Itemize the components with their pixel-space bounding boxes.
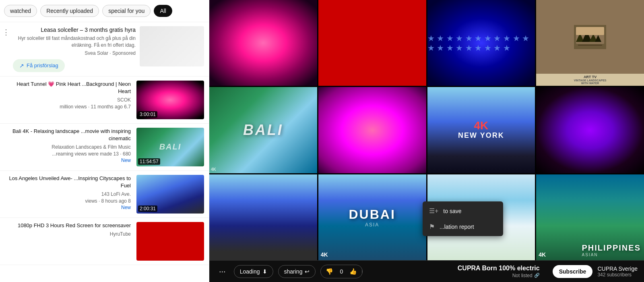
grid-cell-heart[interactable] bbox=[209, 0, 317, 86]
tab-special-for-you[interactable]: special for you bbox=[102, 5, 151, 17]
art-tv-label: ART TV VINTAGE LANDSCAPES WITH WATER bbox=[536, 74, 644, 86]
not-listed-label: Not listed bbox=[512, 273, 533, 278]
subscribe-button[interactable]: Subscribe bbox=[553, 265, 593, 278]
external-link-icon: ↗ bbox=[19, 62, 24, 69]
video-text-4: 1080p FHD 3 Hours Red Screen for screens… bbox=[5, 222, 132, 261]
video-title-3: Los Angeles Unveiled Awe- ...Inspiring C… bbox=[5, 175, 131, 189]
video-thumb-4 bbox=[136, 222, 204, 261]
ad-cta-button[interactable]: ↗ Få prisförslag bbox=[13, 59, 65, 72]
ad-text: Leasa solceller – 3 months gratis hyra H… bbox=[5, 26, 136, 72]
video-text-3: Los Angeles Unveiled Awe- ...Inspiring C… bbox=[5, 175, 132, 214]
ctx-report[interactable]: ⚑ ...lation report bbox=[423, 219, 503, 234]
ad-options-icon[interactable]: ⋮ bbox=[2, 28, 10, 37]
video-duration-1: 3:00:01 bbox=[138, 111, 157, 118]
ctx-save[interactable]: ☰+ to save bbox=[423, 203, 503, 219]
video-meta-2: Relaxation Landscapes & Film Music ...re… bbox=[5, 144, 131, 158]
video-title-1: Heart Tunnel 💗 Pink Heart ...Background … bbox=[5, 81, 131, 95]
save-icon: ☰+ bbox=[429, 207, 438, 215]
dubai-sub: ASIA bbox=[349, 222, 395, 228]
ctx-save-label: to save bbox=[443, 208, 461, 214]
philippines-text: PHILIPPINES bbox=[582, 243, 641, 253]
grid-cell-art[interactable]: ART TV VINTAGE LANDSCAPES WITH WATER bbox=[536, 0, 644, 86]
video-new-badge-3: New bbox=[5, 205, 131, 210]
video-new-badge-2: New bbox=[5, 158, 131, 163]
ctx-report-label: ...lation report bbox=[440, 224, 474, 230]
bali-label: BALI bbox=[243, 122, 283, 139]
sidebar: watched Recently uploaded special for yo… bbox=[0, 0, 209, 282]
like-icon: 👍 bbox=[349, 268, 357, 275]
video-title-2: Bali 4K - Relaxing landscape ...movie wi… bbox=[5, 128, 131, 142]
dubai-label: DUBAI ASIA bbox=[349, 207, 395, 228]
philippines-sub: ASIAN bbox=[582, 253, 641, 257]
grid-cell-newyork[interactable]: 4K NEW YORK bbox=[427, 87, 535, 173]
video-meta-1: SCOK million views · 11 months ago 6.7 bbox=[5, 97, 131, 110]
ad-sponsor: Svea Solar · Sponsored bbox=[13, 50, 136, 56]
newyork-text: NEW YORK bbox=[458, 131, 504, 140]
main-content: ★ ★ ★ ★ ★ ★ ★ ★ ★ ★ ★ ★ ★ ★ ★ ★ ★ ★ ★ ★ bbox=[209, 0, 644, 282]
download-icon: ⬇ bbox=[262, 268, 267, 275]
video-thumb-1: 3:00:01 bbox=[136, 81, 204, 119]
video-title-bottom: CUPRA Born 100% electric bbox=[458, 265, 540, 272]
like-button[interactable]: 👍 bbox=[345, 265, 362, 278]
dislike-button[interactable]: 👎 bbox=[321, 265, 338, 278]
video-item-4[interactable]: 1080p FHD 3 Hours Red Screen for screens… bbox=[0, 218, 209, 265]
like-count: 0 bbox=[338, 268, 345, 275]
context-menu: ☰+ to save ⚑ ...lation report bbox=[423, 201, 503, 236]
tab-all[interactable]: All bbox=[154, 5, 172, 17]
share-icon: ↩ bbox=[305, 268, 310, 275]
video-thumb-3: 2:00:31 bbox=[136, 175, 204, 214]
stars-overlay: ★ ★ ★ ★ ★ ★ ★ ★ ★ ★ ★ ★ ★ ★ ★ ★ ★ ★ ★ ★ bbox=[427, 0, 535, 86]
flag-icon: ⚑ bbox=[429, 223, 435, 230]
grid-cell-neon[interactable] bbox=[536, 87, 644, 173]
video-text-1: Heart Tunnel 💗 Pink Heart ...Background … bbox=[5, 81, 132, 119]
channel-subscribers: 342 subscribers bbox=[597, 272, 638, 278]
more-options-button[interactable]: ··· bbox=[216, 264, 229, 278]
ad-thumbnail bbox=[140, 26, 204, 66]
art-tv-image bbox=[536, 0, 644, 74]
sidebar-list: ⋮ Leasa solceller – 3 months gratis hyra… bbox=[0, 22, 209, 282]
tab-watched[interactable]: watched bbox=[4, 5, 37, 17]
link-icon: 🔗 bbox=[534, 273, 540, 278]
filter-tabs: watched Recently uploaded special for yo… bbox=[0, 0, 209, 22]
grid-cell-dubai[interactable]: DUBAI ASIA 4K bbox=[318, 174, 426, 260]
channel-name: CUPRA Sverige bbox=[597, 265, 638, 272]
svg-rect-3 bbox=[576, 27, 604, 35]
grid-cell-red[interactable] bbox=[318, 0, 426, 86]
newyork-4k: 4K bbox=[458, 120, 504, 131]
ad-description: Hyr solceller till fast måndaskostnad oc… bbox=[13, 35, 136, 49]
video-duration-3: 2:00:31 bbox=[138, 205, 157, 212]
video-duration-2: 11:54:57 bbox=[138, 158, 160, 165]
grid-cell-pink[interactable] bbox=[318, 87, 426, 173]
ad-cta: ↗ Få prisförslag bbox=[13, 59, 136, 72]
ad-cta-label: Få prisförslag bbox=[27, 62, 58, 68]
loading-button[interactable]: Loading ⬇ bbox=[234, 265, 273, 278]
video-meta-3: 143 LoFi Ave. views · 8 hours ago 8 bbox=[5, 191, 131, 205]
dubai-4k: 4K bbox=[321, 251, 328, 258]
grid-cell-philippines[interactable]: PHILIPPINES ASIAN 4K bbox=[536, 174, 644, 260]
video-thumb-2: BALI 11:54:57 bbox=[136, 128, 204, 166]
video-player[interactable]: ★ ★ ★ ★ ★ ★ ★ ★ ★ ★ ★ ★ ★ ★ ★ ★ ★ ★ ★ ★ bbox=[209, 0, 644, 260]
subscribe-area: Subscribe CUPRA Sverige 342 subscribers bbox=[553, 265, 638, 278]
video-meta-4: HyruTube bbox=[5, 231, 131, 238]
ad-title: Leasa solceller – 3 months gratis hyra bbox=[13, 26, 136, 33]
sharing-button[interactable]: sharing ↩ bbox=[278, 265, 316, 278]
grid-cell-city[interactable] bbox=[209, 174, 317, 260]
philippines-label-container: PHILIPPINES ASIAN bbox=[582, 243, 641, 257]
bottom-bar: ··· Loading ⬇ sharing ↩ 👎 0 👍 CUPRA Born… bbox=[209, 260, 644, 282]
grid-cell-bali[interactable]: BALI 4K bbox=[209, 87, 317, 173]
tab-recently-uploaded[interactable]: Recently uploaded bbox=[40, 5, 99, 17]
grid-cell-stars[interactable]: ★ ★ ★ ★ ★ ★ ★ ★ ★ ★ ★ ★ ★ ★ ★ ★ ★ ★ ★ ★ bbox=[427, 0, 535, 86]
channel-details: CUPRA Sverige 342 subscribers bbox=[597, 265, 638, 278]
like-dislike-container: 👎 0 👍 bbox=[320, 265, 363, 278]
loading-label: Loading bbox=[240, 268, 260, 275]
video-item-1[interactable]: Heart Tunnel 💗 Pink Heart ...Background … bbox=[0, 77, 209, 124]
video-title-4: 1080p FHD 3 Hours Red Screen for screens… bbox=[5, 222, 131, 229]
video-text-2: Bali 4K - Relaxing landscape ...movie wi… bbox=[5, 128, 132, 166]
ad-item: ⋮ Leasa solceller – 3 months gratis hyra… bbox=[0, 22, 209, 77]
video-item-3[interactable]: Los Angeles Unveiled Awe- ...Inspiring C… bbox=[0, 171, 209, 218]
visibility-badge: Not listed 🔗 bbox=[512, 273, 540, 278]
newyork-label: 4K NEW YORK bbox=[458, 120, 504, 140]
video-item-2[interactable]: Bali 4K - Relaxing landscape ...movie wi… bbox=[0, 124, 209, 171]
philippines-4k: 4K bbox=[539, 251, 546, 258]
dislike-icon: 👎 bbox=[326, 268, 333, 275]
